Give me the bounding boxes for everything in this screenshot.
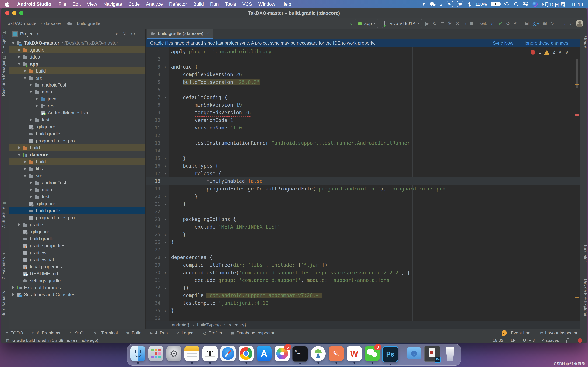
tree-item[interactable]: main — [9, 88, 146, 95]
launchpad-dock-icon[interactable] — [148, 346, 164, 361]
run-config-dropdown[interactable]: app▾ — [355, 19, 378, 28]
menu-view[interactable]: View — [87, 1, 97, 7]
tree-item[interactable]: build — [9, 158, 146, 165]
line-ending[interactable]: LF — [511, 338, 516, 343]
tree-item[interactable]: test — [9, 193, 146, 200]
tree-item[interactable]: main — [9, 186, 146, 193]
menu-navigate[interactable]: Navigate — [104, 1, 122, 7]
app-store-dock-icon[interactable]: A — [257, 346, 272, 361]
wps-office-dock-icon[interactable]: W — [347, 346, 362, 361]
error-stripe-mark[interactable] — [575, 84, 579, 85]
bluetooth-icon[interactable] — [467, 1, 471, 7]
tool-window-button-run[interactable]: ▶4: Run — [150, 331, 168, 335]
menu-code[interactable]: Code — [129, 1, 140, 7]
tool-strip--structure[interactable]: 7: Structure — [1, 207, 9, 228]
code-breadcrumb-item[interactable]: release{} — [229, 322, 246, 327]
hide-button[interactable]: − — [140, 31, 142, 37]
tree-item[interactable]: test — [9, 117, 146, 123]
code-breadcrumb-item[interactable]: android{} — [172, 322, 189, 327]
tree-item[interactable]: build — [9, 67, 146, 75]
tree-item[interactable]: gradle.properties — [9, 242, 146, 249]
pinyin-input-icon[interactable]: 拼 — [457, 1, 463, 7]
tree-item[interactable]: .gitignore — [9, 200, 146, 207]
fold-marker[interactable]: ▴ — [162, 195, 169, 198]
fold-marker[interactable]: ▴ — [162, 286, 169, 290]
tree-item[interactable]: Scratches and Consoles — [9, 291, 146, 298]
wechat-menu-icon[interactable] — [430, 2, 436, 7]
tree-item[interactable]: androidTest — [9, 179, 146, 186]
fold-marker[interactable]: ▾ — [162, 172, 169, 175]
tree-item[interactable]: build — [9, 144, 146, 151]
photos-dock-icon[interactable]: 5 — [275, 346, 290, 361]
rollback-button[interactable]: ↶ — [514, 21, 518, 26]
close-window-button[interactable] — [5, 11, 9, 15]
spotlight-search-icon[interactable] — [514, 2, 519, 7]
stop-button[interactable]: ■ — [470, 21, 473, 26]
avd-manager-button[interactable]: ∿ — [550, 21, 554, 26]
tree-item[interactable]: src — [9, 172, 146, 179]
wechat-dock-icon[interactable]: 3 — [365, 346, 380, 361]
tool-window-button-problems[interactable]: ⊘6: Problems — [32, 331, 60, 335]
indent-setting[interactable]: 4 spaces — [542, 338, 559, 343]
tree-item[interactable]: libs — [9, 165, 146, 172]
inspection-widget[interactable]: ! 1 ! 2 ∧ ∨ — [531, 49, 569, 55]
tree-item[interactable]: gradle — [9, 221, 146, 228]
breadcrumb-item[interactable]: TakDAO-master — [6, 21, 38, 26]
sdk-manager-button[interactable]: ▦ — [543, 21, 547, 26]
error-stripe-mark[interactable] — [575, 297, 579, 299]
fold-marker[interactable]: ▾ — [162, 256, 169, 259]
menu-tools[interactable]: Tools — [225, 1, 236, 7]
safari-dock-icon[interactable] — [221, 346, 235, 361]
settings-button[interactable]: ⚙ — [131, 31, 135, 37]
finder-dock-icon[interactable] — [130, 346, 146, 361]
profile-button[interactable]: ∩ — [463, 21, 467, 26]
tree-item[interactable]: .gitignore — [9, 123, 146, 130]
tree-item[interactable]: daocore — [9, 151, 146, 158]
fold-marker[interactable]: ▴ — [162, 240, 169, 244]
tool-strip--favorites[interactable]: 2: Favorites — [1, 257, 9, 279]
notes-dock-icon[interactable] — [184, 346, 199, 361]
tree-item[interactable]: src — [9, 75, 146, 82]
error-stripe-mark[interactable] — [575, 115, 579, 116]
next-problem-button[interactable]: ∨ — [565, 49, 569, 55]
system-preferences-dock-icon[interactable]: ⚙ — [166, 346, 182, 361]
translate-button[interactable]: 文A — [532, 20, 539, 26]
fold-marker[interactable]: ▴ — [162, 233, 169, 236]
tool-window-switcher-icon[interactable]: ▥ — [6, 338, 9, 343]
location-icon[interactable] — [421, 2, 426, 7]
tree-item[interactable]: proguard-rules.pro — [9, 214, 146, 221]
project-structure-button[interactable]: ▤ — [525, 21, 529, 26]
downloads-folder-dock-icon[interactable]: ↓ — [406, 346, 422, 361]
fold-marker[interactable]: ▴ — [162, 309, 169, 312]
tool-window-button-layout-inspector[interactable]: ⧉Layout Inspector — [540, 331, 578, 335]
tree-item[interactable]: gradlew — [9, 249, 146, 256]
active-app-name[interactable]: Android Studio — [17, 1, 51, 7]
code-editor[interactable]: 1apply plugin: 'com.android.library'23▾a… — [146, 47, 580, 321]
android-studio-dock-icon[interactable] — [311, 346, 326, 361]
caret-position[interactable]: 18:32 — [493, 338, 503, 343]
battery-icon[interactable] — [491, 2, 500, 7]
prev-problem-button[interactable]: ∧ — [558, 49, 562, 55]
tree-item[interactable]: MDREADME.md — [9, 270, 146, 277]
tab-build-gradle-daocore[interactable]: build.gradle (:daocore) × — [147, 29, 213, 39]
tool-strip-emulator[interactable]: Emulator — [581, 245, 587, 262]
fold-marker[interactable]: ▾ — [162, 65, 169, 69]
menu-window[interactable]: Window — [258, 1, 275, 7]
run-button[interactable]: ▶ — [425, 21, 429, 26]
fold-marker[interactable]: ▾ — [162, 96, 169, 99]
menu-edit[interactable]: Edit — [72, 1, 81, 7]
device-dropdown[interactable]: vivo V1901A▾ — [382, 19, 422, 28]
tree-item[interactable]: res — [9, 102, 146, 109]
code-breadcrumb-item[interactable]: buildTypes{} — [197, 322, 221, 327]
notifications-icon[interactable]: ! — [578, 338, 582, 343]
tool-strip--project[interactable]: 1: Project — [1, 35, 9, 53]
tool-strip-build-variants[interactable]: Build Variants — [1, 291, 9, 317]
tool-strip-resource-manager[interactable]: Resource Manager — [1, 60, 9, 96]
zoom-window-button[interactable] — [19, 11, 24, 15]
user-avatar[interactable] — [576, 20, 583, 26]
tool-window-button-logcat[interactable]: ≋Logcat — [176, 331, 195, 335]
tool-window-button-git[interactable]: ⌥9: Git — [69, 331, 86, 335]
breadcrumb-item[interactable]: daocore — [44, 21, 61, 26]
tool-window-button-profiler[interactable]: ◔Profiler — [203, 331, 222, 335]
tree-item[interactable]: build.gradle — [9, 130, 146, 137]
